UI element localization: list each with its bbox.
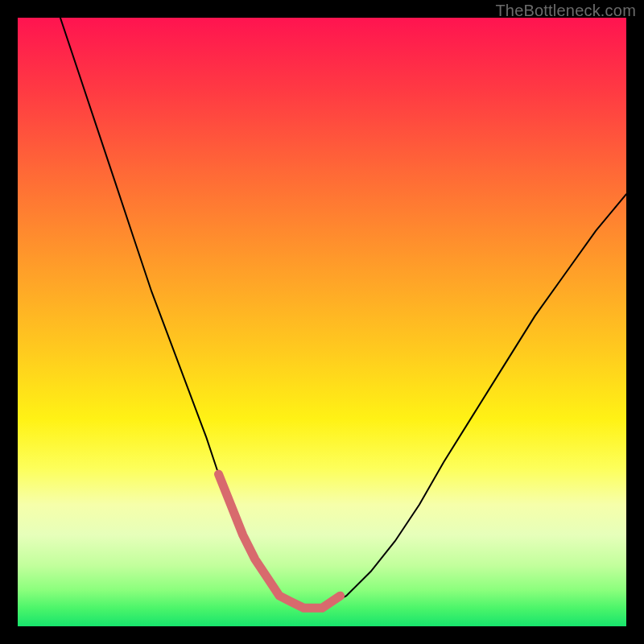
curve-layer (18, 18, 626, 626)
watermark-label: TheBottleneck.com (495, 2, 636, 20)
bottleneck-curve (60, 18, 626, 608)
plot-area (18, 18, 626, 626)
chart-frame: TheBottleneck.com (0, 0, 644, 644)
sweet-spot-band (219, 474, 341, 608)
